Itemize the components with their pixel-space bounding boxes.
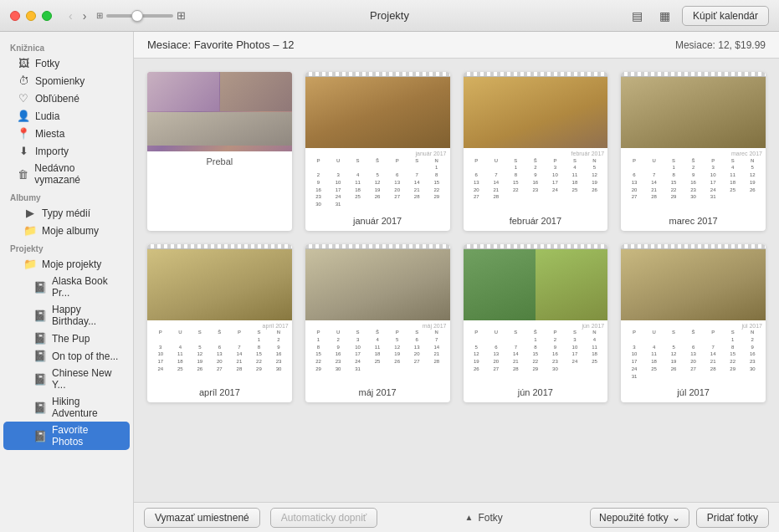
mar-cal-grid: PUSŠPSN 12345 6789101112 13141516171819 … [624,157,762,202]
alaska-icon: 📓 [33,281,47,294]
sidebar-item-chinese-new[interactable]: 📓 Chinese New Y... [3,365,130,393]
favorites-icon: ♡ [17,92,30,105]
calendar-page-feb[interactable]: február 2017 PUSŠPSN 12345 6789101112 13… [464,72,608,231]
sidebar-item-happy-birthday[interactable]: 📓 Happy Birthday... [3,301,130,330]
apr-label: apríl 2017 [147,384,292,402]
sidebar-item-places[interactable]: 📍 Miesta [3,125,130,142]
may-cal-grid: PUSŠPSN 1234567 891011121314 15161718192… [309,330,447,374]
photos-toggle-label: Fotky [479,512,503,524]
large-grid-icon: ⊞ [177,9,186,22]
jun-photo [464,249,608,320]
sidebar-item-the-pup[interactable]: 📓 The Pup [3,330,130,347]
close-button[interactable] [10,11,20,21]
photos-icon: 🖼 [17,57,30,69]
sidebar-item-on-top-of[interactable]: 📓 On top of the... [3,347,130,365]
jul-mini-calendar: júl 2017 PUSŠPSN 12 3456789 101112131415… [621,320,766,385]
places-icon: 📍 [17,127,30,140]
sidebar-item-memories[interactable]: ⏱ Spomienky [3,72,130,90]
apr-photo [147,249,292,320]
chinese-new-icon: 📓 [33,373,47,386]
jan-label: január 2017 [305,212,450,231]
forward-button[interactable]: › [79,8,90,24]
jul-photo [621,249,766,320]
delete-placed-button[interactable]: Vymazať umiestnené [144,508,260,528]
content-meta: Mesiace: 12, $19.99 [675,39,766,51]
calendar-page-apr[interactable]: apríl 2017 PUSŠPSN 12 3456789 1011121314… [147,244,292,403]
projects-section-header: Projekty [0,239,133,255]
sidebar-item-recently-deleted[interactable]: 🗑 Nedávno vymazané [3,160,130,188]
cover-photo [147,72,292,151]
the-pup-icon: 📓 [33,332,47,345]
titlebar: ‹ › ⊞ ⊞ Projekty ▤ ▦ Kúpiť kalendár [0,0,779,32]
content-title: Mesiace: Favorite Photos – 12 [147,38,295,51]
chevron-up-icon: ▲ [465,513,474,522]
my-albums-icon: 📁 [23,224,37,237]
calendar-page-cover[interactable]: Prebal [147,72,292,231]
photos-toggle[interactable]: ▲ Fotky [465,512,503,524]
add-photos-button[interactable]: Pridať fotky [696,508,769,528]
mar-label: marec 2017 [621,212,766,231]
may-mini-calendar: máj 2017 PUSŠPSN 1234567 891011121314 15… [305,320,450,385]
memories-icon: ⏱ [17,74,30,87]
sidebar: Knižnica 🖼 Fotky ⏱ Spomienky ♡ Obľúbené … [0,32,134,532]
sidebar-item-imports[interactable]: ⬇ Importy [3,142,130,160]
calendar-page-mar[interactable]: marec 2017 PUSŠPSN 12345 6789101112 1314… [621,72,766,231]
imports-icon: ⬇ [17,145,30,157]
sidebar-item-my-albums[interactable]: 📁 Moje albumy [3,222,130,239]
view-toggle-button[interactable]: ▦ [654,7,675,25]
jan-cal-grid: PUSŠPSN 1 2345678 9101112131415 16171819… [309,157,447,209]
library-section-header: Knižnica [0,38,133,54]
jan-photo [305,77,450,148]
sidebar-item-hiking[interactable]: 📓 Hiking Adventure [3,393,130,422]
sidebar-item-favorite-photos[interactable]: 📓 Favorite Photos [3,422,130,450]
sidebar-item-photos[interactable]: 🖼 Fotky [3,54,130,72]
media-types-icon: ▶ [23,207,37,219]
calendar-page-may[interactable]: máj 2017 PUSŠPSN 1234567 891011121314 15… [305,244,450,403]
autofill-button[interactable]: Automaticky dopniť [270,508,378,528]
on-top-icon: 📓 [33,350,47,362]
sidebar-item-my-projects[interactable]: 📁 Moje projekty [3,255,130,273]
mar-mini-calendar: marec 2017 PUSŠPSN 12345 6789101112 1314… [621,148,766,212]
minimize-button[interactable] [26,11,36,21]
zoom-slider[interactable]: ⊞ ⊞ [96,9,186,22]
jun-mini-calendar: jún 2017 PUSŠPSN 1234 567891011 12131415… [464,320,608,385]
people-icon: 👤 [17,110,30,122]
unused-photos-select[interactable]: Nepoužité fotky ⌄ [590,508,689,528]
content-area: Mesiace: Favorite Photos – 12 Mesiace: 1… [134,32,779,532]
titlebar-actions: ▤ ▦ Kúpiť kalendár [627,6,769,26]
window-controls [10,11,52,21]
calendar-page-jun[interactable]: jún 2017 PUSŠPSN 1234 567891011 12131415… [464,244,608,403]
calendar-page-jul[interactable]: júl 2017 PUSŠPSN 12 3456789 101112131415… [621,244,766,403]
sidebar-item-people[interactable]: 👤 Ľudia [3,107,130,125]
jun-label: jún 2017 [464,384,608,402]
maximize-button[interactable] [42,11,52,21]
buy-calendar-button[interactable]: Kúpiť kalendár [682,6,769,26]
back-button[interactable]: ‹ [65,8,76,24]
feb-label: február 2017 [464,212,608,231]
cover-label: Prebal [206,151,233,170]
dropdown-arrow-icon: ⌄ [672,512,680,524]
sidebar-item-media-types[interactable]: ▶ Typy médií [3,204,130,222]
my-projects-icon: 📁 [23,258,37,270]
sidebar-toggle-button[interactable]: ▤ [627,7,648,25]
may-photo [305,249,450,320]
sidebar-item-alaska[interactable]: 📓 Alaska Book Pr... [3,273,130,301]
may-label: máj 2017 [305,384,450,402]
slider-track [106,14,173,18]
apr-cal-grid: PUSŠPSN 12 3456789 10111213141516 171819… [151,330,289,374]
main-layout: Knižnica 🖼 Fotky ⏱ Spomienky ♡ Obľúbené … [0,32,779,532]
sidebar-item-favorites[interactable]: ♡ Obľúbené [3,90,130,107]
grid-icon: ⊞ [96,11,103,20]
apr-mini-calendar: apríl 2017 PUSŠPSN 12 3456789 1011121314… [147,320,292,385]
happy-birthday-icon: 📓 [33,309,47,322]
slider-thumb [131,10,143,22]
feb-cal-grid: PUSŠPSN 12345 6789101112 13141516171819 … [467,157,605,202]
jun-cal-grid: PUSŠPSN 1234 567891011 12131415161718 19… [467,330,605,374]
calendar-page-jan[interactable]: január 2017 PUSŠPSN 1 2345678 9101112131… [305,72,450,231]
toolbar-right: Nepoužité fotky ⌄ Pridať fotky [590,508,769,528]
hiking-icon: 📓 [33,402,47,414]
bottom-toolbar: Vymazať umiestnené Automaticky dopniť ▲ … [134,502,779,532]
content-header: Mesiace: Favorite Photos – 12 Mesiace: 1… [134,32,779,59]
nav-buttons: ‹ › [65,8,90,24]
trash-icon: 🗑 [17,168,29,181]
